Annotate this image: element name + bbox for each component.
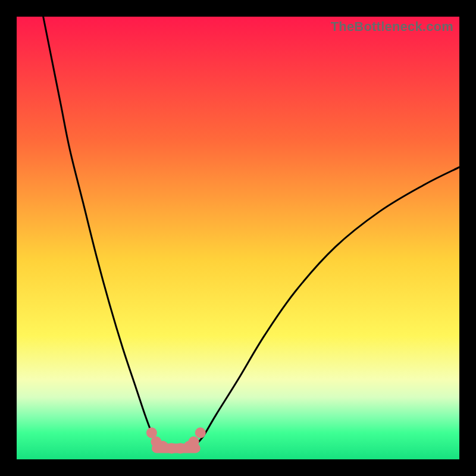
curves-layer [17, 17, 459, 459]
plot-area: TheBottleneck.com [17, 17, 459, 459]
curve-right [194, 167, 459, 446]
valley-markers [146, 427, 206, 453]
watermark-text: TheBottleneck.com [331, 19, 453, 35]
chart-frame: TheBottleneck.com [0, 0, 476, 476]
curve-left [43, 17, 161, 446]
valley-marker [189, 436, 199, 447]
valley-marker [195, 427, 206, 438]
